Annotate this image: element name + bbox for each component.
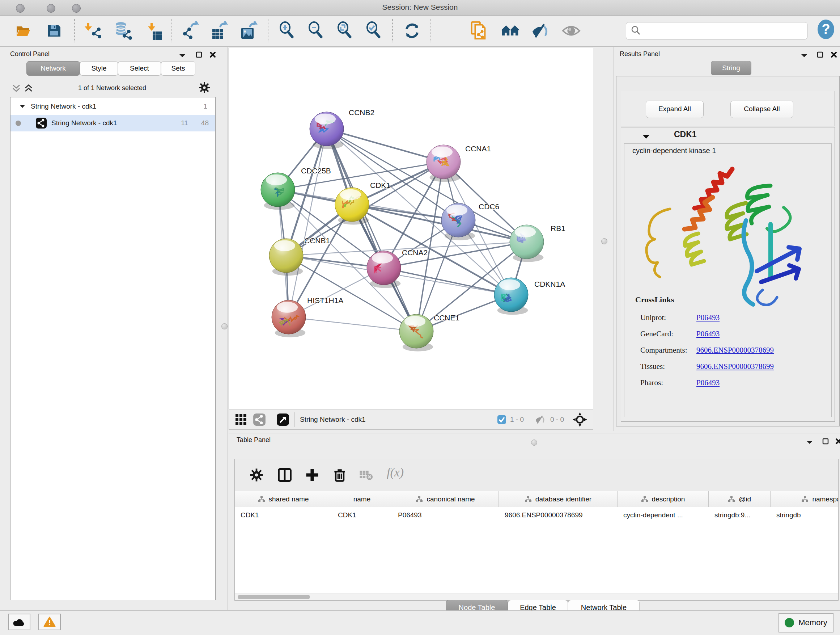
grid-view-icon[interactable] (235, 413, 247, 426)
table-cell[interactable]: 9606.ENSP00000378699 (499, 507, 617, 523)
panel-float-icon[interactable] (822, 438, 829, 445)
network-node-ccne1[interactable] (399, 314, 433, 351)
table-cell[interactable]: CDK1 (235, 507, 332, 523)
splitter-handle[interactable] (601, 238, 607, 244)
network-edge[interactable] (384, 268, 511, 295)
splitter-handle[interactable] (531, 440, 537, 446)
splitter-handle[interactable] (221, 323, 227, 329)
gear-icon[interactable] (198, 81, 210, 94)
column-header--id[interactable]: @id (709, 491, 771, 507)
table-hscrollbar[interactable] (235, 594, 838, 600)
tree-expand-icon[interactable] (19, 104, 26, 109)
add-column-icon[interactable] (304, 467, 320, 483)
clone-network-button[interactable] (470, 21, 489, 41)
network-node-cdk1[interactable] (335, 187, 369, 225)
import-network-from-database-button[interactable] (114, 21, 133, 41)
fit-selected-crosshair-icon[interactable] (572, 412, 588, 428)
tab-select[interactable]: Select (118, 61, 161, 76)
birds-eye-view-icon[interactable] (276, 413, 289, 426)
table-cell[interactable]: P06493 (392, 507, 499, 523)
column-header-description[interactable]: description (617, 491, 709, 507)
window-title: Session: New Session (0, 3, 840, 11)
warning-status-button[interactable] (38, 614, 61, 630)
search-input[interactable] (642, 27, 807, 35)
crosslink-value-link[interactable]: P06493 (696, 378, 720, 387)
network-node-ccnb2[interactable] (309, 112, 344, 149)
hscrollbar-thumb[interactable] (238, 595, 310, 599)
network-node-cdkn1a[interactable] (494, 278, 528, 315)
import-table-button[interactable] (144, 21, 164, 41)
network-canvas[interactable]: CCNB2CCNA1CDC25BCDK1CDC6RB1CCNB1CCNA2CDK… (229, 48, 593, 409)
column-header-namespace[interactable]: namespace (771, 491, 838, 507)
column-header-name[interactable]: name (332, 491, 392, 507)
network-edge[interactable] (352, 204, 527, 242)
table-row[interactable]: CDK1CDK1P064939606.ENSP00000378699cyclin… (235, 507, 838, 523)
network-node-ccna1[interactable] (426, 145, 461, 182)
zoom-fit-button[interactable] (335, 21, 355, 41)
network-edge[interactable] (278, 162, 444, 190)
network-collection-row[interactable]: String Network - cdk1 1 (11, 98, 215, 115)
selected-nodes-checkbox[interactable] (497, 415, 507, 424)
open-session-button[interactable] (13, 21, 33, 41)
tab-string-results[interactable]: String (711, 61, 752, 75)
show-columns-icon[interactable] (277, 467, 293, 483)
network-graph[interactable]: CCNB2CCNA1CDC25BCDK1CDC6RB1CCNB1CCNA2CDK… (229, 48, 593, 409)
panel-close-icon[interactable] (835, 438, 840, 445)
collapse-all-button[interactable]: Collapse All (730, 101, 793, 118)
string-style-icon[interactable] (253, 413, 266, 426)
export-image-button[interactable] (239, 21, 258, 41)
table-cell[interactable]: CDK1 (332, 507, 392, 523)
network-node-hist1h1a[interactable] (272, 300, 306, 337)
import-network-button[interactable] (84, 21, 103, 41)
save-session-button[interactable] (44, 21, 64, 41)
network-node-cdc6[interactable] (441, 203, 475, 240)
expand-all-button[interactable]: Expand All (646, 101, 704, 118)
crosslink-value-link[interactable]: 9606.ENSP00000378699 (696, 346, 774, 355)
home-networks-button[interactable] (501, 21, 520, 41)
column-header-shared-name[interactable]: shared name (235, 491, 332, 507)
show-panel-button[interactable] (561, 21, 581, 41)
tab-style[interactable]: Style (80, 61, 118, 76)
network-node-ccna2[interactable] (367, 251, 401, 288)
tab-sets[interactable]: Sets (161, 61, 195, 76)
panel-close-icon[interactable] (830, 51, 837, 58)
network-node-cdc25b[interactable] (261, 173, 295, 210)
panel-close-icon[interactable] (209, 51, 216, 58)
network-node-ccnb1[interactable] (269, 239, 303, 276)
export-network-button[interactable] (181, 21, 201, 41)
panel-float-icon[interactable] (195, 51, 202, 58)
table-cell[interactable]: stringdb (771, 507, 838, 523)
gene-symbol: CDK1 (674, 130, 697, 139)
entry-collapse-icon[interactable] (642, 134, 650, 140)
network-edge[interactable] (289, 317, 416, 331)
network-node-rb1[interactable] (510, 225, 544, 262)
cloud-status-button[interactable] (8, 614, 30, 630)
export-table-button[interactable] (210, 21, 229, 41)
network-edge[interactable] (327, 129, 444, 162)
crosslink-value-link[interactable]: P06493 (696, 329, 720, 339)
help-button[interactable]: ? (816, 19, 836, 40)
zoom-selected-button[interactable] (364, 21, 384, 41)
panel-collapse-icon[interactable] (801, 53, 808, 58)
memory-button[interactable]: Memory (778, 613, 834, 632)
tab-network[interactable]: Network (27, 61, 80, 76)
panel-collapse-icon[interactable] (179, 53, 186, 58)
table-cell[interactable]: cyclin-dependent ... (617, 507, 709, 523)
crosslink-value-link[interactable]: 9606.ENSP00000378699 (696, 362, 774, 371)
zoom-in-button[interactable] (277, 21, 297, 41)
column-header-canonical-name[interactable]: canonical name (392, 491, 499, 507)
column-label: description (652, 495, 685, 503)
panel-collapse-icon[interactable] (806, 440, 813, 445)
crosslink-value-link[interactable]: P06493 (696, 313, 720, 322)
network-row[interactable]: String Network - cdk1 11 48 (11, 115, 215, 131)
refresh-button[interactable] (402, 21, 422, 41)
network-edge[interactable] (327, 129, 527, 242)
network-edge[interactable] (289, 129, 327, 317)
zoom-out-button[interactable] (306, 21, 325, 41)
gear-icon[interactable] (249, 468, 264, 482)
table-cell[interactable]: stringdb:9... (709, 507, 771, 523)
column-header-database-identifier[interactable]: database identifier (499, 491, 617, 507)
delete-column-icon[interactable] (332, 467, 347, 483)
hide-panel-button[interactable] (531, 21, 551, 41)
panel-float-icon[interactable] (816, 51, 824, 58)
